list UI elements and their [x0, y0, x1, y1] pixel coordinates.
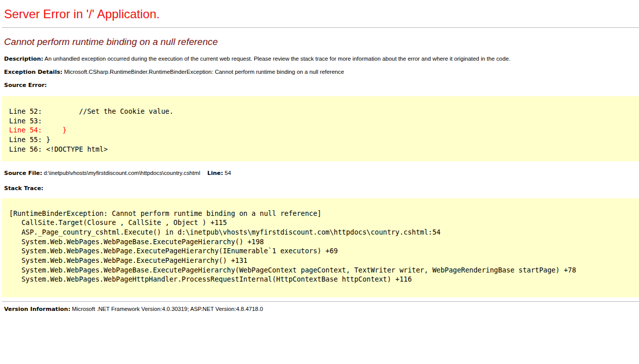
page-title: Server Error in '/' Application.	[4, 7, 635, 21]
stack-trace-line: ASP._Page_country_cshtml.Execute() in d:…	[9, 228, 632, 237]
code-line: Line 53:	[9, 116, 632, 126]
stack-trace-line: System.Web.WebPages.WebPageBase.ExecuteP…	[9, 237, 632, 247]
description-label: Description:	[4, 56, 43, 62]
exception-details-label: Exception Details:	[4, 69, 63, 75]
version-info-label: Version Information:	[4, 306, 70, 312]
error-subtitle: Cannot perform runtime binding on a null…	[4, 36, 635, 48]
source-error-code: Line 52: //Set the Cookie value.Line 53:…	[2, 96, 639, 161]
title-divider	[2, 27, 639, 28]
line-number-value: 54	[224, 170, 231, 176]
code-line: Line 52: //Set the Cookie value.	[9, 107, 632, 116]
source-file-label: Source File:	[4, 170, 42, 176]
stack-trace-heading: Stack Trace:	[4, 185, 635, 192]
stack-trace-line: System.Web.WebPages.WebPageHttpHandler.P…	[9, 275, 632, 284]
stack-trace-line: System.Web.WebPages.WebPage.ExecutePageH…	[9, 246, 632, 256]
version-info-line: Version Information: Microsoft .NET Fram…	[4, 306, 635, 312]
code-line: Line 56: <!DOCTYPE html>	[9, 145, 632, 154]
description-line: Description: An unhandled exception occu…	[4, 56, 635, 62]
footer-divider	[2, 301, 639, 302]
exception-details-line: Exception Details: Microsoft.CSharp.Runt…	[4, 69, 635, 75]
error-page: Server Error in '/' Application. Cannot …	[0, 0, 639, 364]
stack-trace-line: CallSite.Target(Closure , CallSite , Obj…	[9, 218, 632, 228]
stack-trace-code: [RuntimeBinderException: Cannot perform …	[2, 198, 639, 298]
stack-trace-line: [RuntimeBinderException: Cannot perform …	[9, 209, 632, 218]
code-line: Line 55: }	[9, 135, 632, 145]
source-file-path: d:\inetpub\vhosts\myfirstdiscount.com\ht…	[44, 170, 200, 176]
version-info-text: Microsoft .NET Framework Version:4.0.303…	[72, 306, 263, 312]
stack-trace-line: System.Web.WebPages.WebPage.ExecutePageH…	[9, 256, 632, 265]
description-text: An unhandled exception occurred during t…	[44, 56, 510, 62]
stack-trace-box: [RuntimeBinderException: Cannot perform …	[2, 198, 639, 298]
source-error-heading: Source Error:	[4, 82, 635, 88]
source-error-box: Line 52: //Set the Cookie value.Line 53:…	[2, 96, 639, 161]
line-number-label: Line:	[207, 170, 223, 176]
stack-trace-line: System.Web.WebPages.WebPageBase.ExecuteP…	[9, 265, 632, 275]
exception-details-text: Microsoft.CSharp.RuntimeBinder.RuntimeBi…	[64, 69, 344, 75]
highlighted-code-line: Line 54: }	[9, 125, 632, 135]
stack-trace-label: Stack Trace:	[4, 185, 43, 192]
source-error-label: Source Error:	[4, 82, 47, 88]
source-file-line: Source File: d:\inetpub\vhosts\myfirstdi…	[4, 170, 635, 176]
